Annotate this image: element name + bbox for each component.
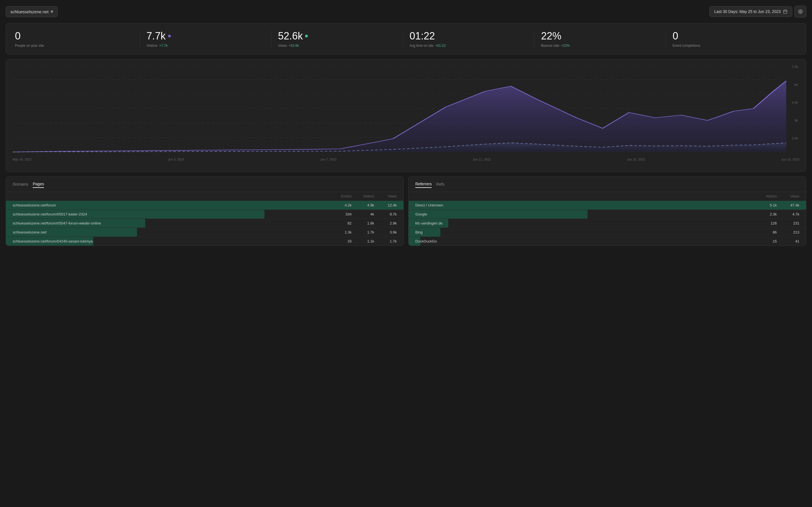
pages-table-header: Domains Pages bbox=[6, 177, 403, 192]
page-visitors: 1.1k bbox=[352, 239, 374, 243]
referrers-cols-header: Visitors Views bbox=[409, 192, 806, 201]
page-views: 3.9k bbox=[374, 230, 397, 234]
page-name: schluesselszene.net/forum bbox=[13, 203, 329, 207]
referrer-views: 47.4k bbox=[777, 203, 799, 207]
views-change: +52.6k bbox=[289, 44, 299, 48]
page-visitors: 4.9k bbox=[352, 203, 374, 207]
x-label-5: Jun 15, 2023 bbox=[627, 158, 645, 161]
header: schluesselszene.net Last 30 Days: May 25… bbox=[6, 6, 806, 17]
page-views: 1.7k bbox=[374, 239, 397, 243]
stat-people: 0 People on your site bbox=[15, 30, 140, 48]
site-selector[interactable]: schluesselszene.net bbox=[6, 6, 58, 17]
views-value: 52.6k bbox=[278, 30, 303, 42]
date-range-label: Last 30 Days: May 25 to Jun 23, 2023 bbox=[714, 9, 781, 14]
tab-pages[interactable]: Pages bbox=[33, 182, 44, 188]
referrer-name: Direct / Unknown bbox=[415, 203, 754, 207]
referrer-visitors: 86 bbox=[754, 230, 777, 234]
referrer-name: kfc-uerdingen.de bbox=[415, 221, 754, 225]
table-row[interactable]: schluesselszene.net/forum/t/5017-kader-2… bbox=[6, 210, 403, 219]
table-row[interactable]: DuckDuckGo 15 41 bbox=[409, 237, 806, 245]
avg-time-label: Avg time on site bbox=[410, 44, 434, 48]
tab-refs[interactable]: Refs bbox=[436, 182, 444, 187]
bounce-rate-label: Bounce rate bbox=[541, 44, 559, 48]
stat-events: 0 Event completions bbox=[666, 30, 797, 48]
referrer-name: Google bbox=[415, 212, 754, 216]
ref-views-header: Views bbox=[777, 194, 799, 198]
referrer-views: 4.7k bbox=[777, 212, 799, 216]
col-visitors-header: Visitors bbox=[352, 194, 374, 198]
views-label: Views bbox=[278, 44, 287, 48]
avg-time-value: 01:22 bbox=[410, 30, 435, 42]
page-entries: 33 bbox=[329, 239, 352, 243]
bounce-rate-change: +22% bbox=[561, 44, 570, 48]
calendar-icon bbox=[783, 9, 788, 14]
stat-visitors: 7.7k Visitors +7.7k bbox=[140, 30, 271, 48]
people-label: People on your site bbox=[15, 44, 44, 48]
table-row[interactable]: kfc-uerdingen.de 126 231 bbox=[409, 219, 806, 228]
svg-point-4 bbox=[800, 11, 801, 12]
x-label-6: Jun 19, 2023 bbox=[781, 158, 799, 161]
referrer-visitors: 126 bbox=[754, 221, 777, 225]
site-indicator-dot bbox=[51, 10, 53, 13]
table-row[interactable]: Google 2.3k 4.7k bbox=[409, 210, 806, 219]
col-views-header: Views bbox=[374, 194, 397, 198]
avg-time-change: +01:22 bbox=[435, 44, 446, 48]
stat-views: 52.6k Views +52.6k bbox=[271, 30, 403, 48]
date-range-button[interactable]: Last 30 Days: May 25 to Jun 23, 2023 bbox=[709, 6, 792, 17]
referrers-table-section: Referrers Refs Visitors Views Direct / U… bbox=[408, 176, 806, 246]
col-entries-header: Entries bbox=[329, 194, 352, 198]
referrer-views: 213 bbox=[777, 230, 799, 234]
table-row[interactable]: schluesselszene.net/forum/t/4240-assani-… bbox=[6, 237, 403, 245]
page-visitors: 1.8k bbox=[352, 221, 374, 225]
table-row[interactable]: Bing 86 213 bbox=[409, 228, 806, 237]
stat-avg-time: 01:22 Avg time on site +01:22 bbox=[403, 30, 535, 48]
page-visitors: 4k bbox=[352, 212, 374, 216]
table-row[interactable]: Direct / Unknown 5.1k 47.4k bbox=[409, 201, 806, 210]
svg-rect-0 bbox=[783, 10, 787, 13]
referrer-visitors: 2.3k bbox=[754, 212, 777, 216]
page-entries: 82 bbox=[329, 221, 352, 225]
x-label-1: May 30, 2023 bbox=[13, 158, 32, 161]
views-dot bbox=[305, 35, 308, 38]
table-row[interactable]: schluesselszene.net/forum/t/5047-forum-w… bbox=[6, 219, 403, 228]
table-row[interactable]: schluesselszene.net/ 1.3k 1.7k 3.9k bbox=[6, 228, 403, 237]
stat-bounce-rate: 22% Bounce rate +22% bbox=[534, 30, 666, 48]
events-value: 0 bbox=[673, 30, 678, 42]
referrer-views: 41 bbox=[777, 239, 799, 243]
bottom-tables: Domains Pages Entries Visitors Views sch… bbox=[6, 176, 806, 246]
stats-bar: 0 People on your site 7.7k Visitors +7.7… bbox=[6, 23, 806, 55]
page-visitors: 1.7k bbox=[352, 230, 374, 234]
referrer-name: DuckDuckGo bbox=[415, 239, 754, 243]
page-views: 12.4k bbox=[374, 203, 397, 207]
bounce-rate-value: 22% bbox=[541, 30, 561, 42]
ref-visitors-header: Visitors bbox=[754, 194, 777, 198]
page-views: 2.9k bbox=[374, 221, 397, 225]
referrer-views: 231 bbox=[777, 221, 799, 225]
referrer-visitors: 15 bbox=[754, 239, 777, 243]
gear-icon bbox=[798, 9, 803, 14]
referrer-name: Bing bbox=[415, 230, 754, 234]
x-label-4: Jun 11, 2023 bbox=[473, 158, 491, 161]
events-label: Event completions bbox=[673, 44, 700, 48]
page-entries: 4.2k bbox=[329, 203, 352, 207]
people-value: 0 bbox=[15, 30, 20, 42]
page-views: 8.7k bbox=[374, 212, 397, 216]
visitors-dot bbox=[168, 35, 171, 38]
visitors-change: +7.7k bbox=[159, 44, 168, 48]
referrer-visitors: 5.1k bbox=[754, 203, 777, 207]
pages-table-section: Domains Pages Entries Visitors Views sch… bbox=[6, 176, 404, 246]
visitors-value: 7.7k bbox=[147, 30, 166, 42]
visitors-chart: 7.5K 6K 4.5K 3K 1.5K May 30, 2023 Jun 3,… bbox=[6, 59, 806, 172]
tab-domains[interactable]: Domains bbox=[13, 182, 28, 187]
tab-referrers[interactable]: Referrers bbox=[415, 182, 432, 188]
x-label-3: Jun 7, 2023 bbox=[320, 158, 337, 161]
chart-x-axis: May 30, 2023 Jun 3, 2023 Jun 7, 2023 Jun… bbox=[13, 156, 799, 161]
table-row[interactable]: schluesselszene.net/forum 4.2k 4.9k 12.4… bbox=[6, 201, 403, 210]
x-label-2: Jun 3, 2023 bbox=[168, 158, 184, 161]
page-entries: 1.3k bbox=[329, 230, 352, 234]
header-right-controls: Last 30 Days: May 25 to Jun 23, 2023 bbox=[709, 6, 806, 17]
page-name: schluesselszene.net/ bbox=[13, 230, 329, 234]
site-name: schluesselszene.net bbox=[10, 9, 49, 14]
settings-button[interactable] bbox=[795, 6, 806, 17]
visitors-label: Visitors bbox=[147, 44, 158, 48]
